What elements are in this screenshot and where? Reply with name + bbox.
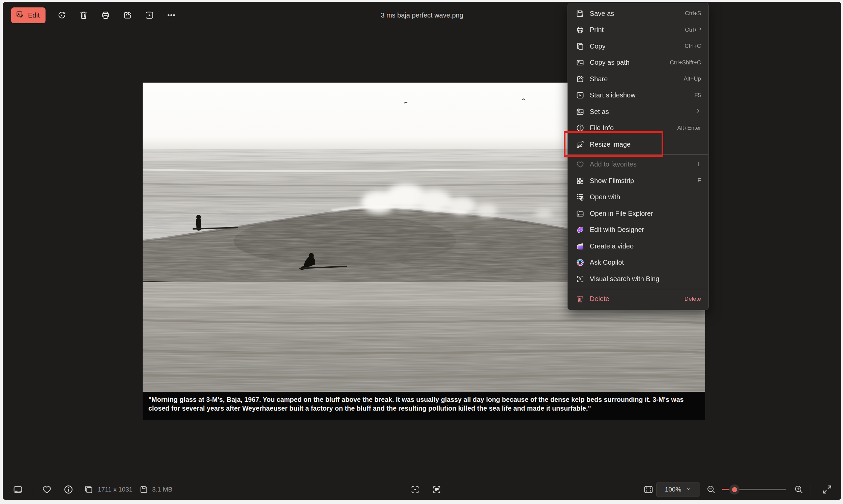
file-size-value: 3.1 MB <box>152 479 172 500</box>
menu-label: Copy as path <box>590 59 630 67</box>
edit-image-icon <box>16 10 24 21</box>
copy-icon <box>575 41 585 51</box>
menu-shortcut: F <box>698 177 701 184</box>
print-icon <box>575 25 585 35</box>
share-icon <box>575 74 585 84</box>
rotate-button[interactable] <box>56 10 68 21</box>
slideshow-icon <box>575 91 585 100</box>
menu-label: Edit with Designer <box>590 226 644 234</box>
menu-item-open-in-file-explorer[interactable]: Open in File Explorer <box>568 205 709 222</box>
menu-label: Show Filmstrip <box>590 177 634 185</box>
statusbar-separator <box>33 484 33 495</box>
menu-item-share[interactable]: Share Alt+Up <box>568 71 709 87</box>
copy-as-path-icon <box>575 58 585 68</box>
menu-shortcut: Ctrl+C <box>684 43 701 50</box>
heart-icon <box>575 160 585 169</box>
edit-button-label: Edit <box>28 12 39 19</box>
favorite-heart-button[interactable] <box>41 484 53 495</box>
menu-shortcut: Delete <box>684 296 701 302</box>
folder-icon <box>575 209 585 218</box>
zoom-slider-thumb[interactable] <box>729 484 739 494</box>
save-icon <box>575 9 585 18</box>
menu-shortcut: Ctrl+Shift+C <box>670 59 701 66</box>
menu-item-print[interactable]: Print Ctrl+P <box>568 22 709 38</box>
slideshow-button[interactable] <box>144 10 155 21</box>
zoom-level-dropdown[interactable]: 100% <box>656 482 700 497</box>
context-menu: Save as Ctrl+S Print Ctrl+P Copy Ctrl+C <box>568 3 709 310</box>
menu-label: File Info <box>590 124 614 132</box>
zoom-slider[interactable] <box>722 489 786 490</box>
photo-caption: "Morning glass at 3-M's, Baja, 1967. You… <box>143 392 705 420</box>
menu-item-create-a-video[interactable]: Create a video <box>568 238 709 254</box>
fullscreen-button[interactable] <box>821 484 833 495</box>
share-button[interactable] <box>122 10 133 21</box>
menu-item-show-filmstrip[interactable]: Show Filmstrip F <box>568 173 709 189</box>
info-icon <box>575 123 585 133</box>
open-with-icon <box>575 193 585 202</box>
delete-button[interactable] <box>78 10 89 21</box>
menu-item-save-as[interactable]: Save as Ctrl+S <box>568 5 709 22</box>
menu-shortcut: Ctrl+S <box>685 10 701 17</box>
zoom-level-value: 100% <box>665 486 681 493</box>
menu-item-start-slideshow[interactable]: Start slideshow F5 <box>568 87 709 104</box>
menu-label: Add to favorites <box>590 160 636 168</box>
edit-button[interactable]: Edit <box>11 7 46 23</box>
zoom-in-button[interactable] <box>793 484 805 495</box>
menu-label: Set as <box>590 108 609 115</box>
menu-label: Create a video <box>590 242 633 250</box>
menu-item-open-with[interactable]: Open with <box>568 189 709 206</box>
menu-separator <box>568 155 708 155</box>
photos-app-window: Edit <box>3 2 841 500</box>
fit-to-window-button[interactable] <box>643 484 654 495</box>
copilot-icon <box>575 258 585 267</box>
menu-item-visual-search-with-bing[interactable]: Visual search with Bing <box>568 271 709 287</box>
menu-label: Save as <box>590 10 614 18</box>
file-size-icon <box>138 484 150 495</box>
menu-shortcut: L <box>698 161 701 168</box>
image-dimensions-icon <box>83 484 94 495</box>
resize-image-icon <box>575 140 585 149</box>
menu-item-edit-with-designer[interactable]: Edit with Designer <box>568 222 709 238</box>
clipchamp-icon <box>575 241 585 251</box>
chevron-down-icon <box>686 486 691 493</box>
title-bar: Edit <box>3 2 841 29</box>
trash-icon <box>575 294 585 304</box>
menu-label: Delete <box>590 295 609 303</box>
image-dimensions-value: 1711 x 1031 <box>98 479 132 500</box>
menu-item-copy-as-path[interactable]: Copy as path Ctrl+Shift+C <box>568 55 709 71</box>
menu-shortcut: Ctrl+P <box>685 26 701 33</box>
menu-separator <box>568 289 708 289</box>
zoom-out-button[interactable] <box>705 484 717 495</box>
menu-item-file-info[interactable]: File Info Alt+Enter <box>568 120 709 137</box>
menu-item-resize-image[interactable]: Resize image <box>568 136 709 153</box>
file-info-button[interactable] <box>63 484 74 495</box>
menu-label: Open with <box>590 193 620 201</box>
menu-item-ask-copilot[interactable]: Ask Copilot <box>568 254 709 271</box>
set-as-icon <box>575 107 585 116</box>
status-bar: 1711 x 1031 3.1 MB 100% <box>3 479 841 500</box>
menu-label: Open in File Explorer <box>590 210 653 217</box>
grid-icon <box>575 176 585 185</box>
menu-item-set-as[interactable]: Set as <box>568 104 709 120</box>
designer-icon <box>575 225 585 235</box>
filmstrip-toggle-button[interactable] <box>12 484 23 495</box>
menu-shortcut: Alt+Up <box>684 75 701 82</box>
menu-label: Print <box>590 26 604 34</box>
print-button[interactable] <box>100 10 111 21</box>
visual-search-button[interactable] <box>409 484 421 495</box>
menu-item-delete[interactable]: Delete Delete <box>568 291 709 307</box>
menu-label: Share <box>590 75 608 83</box>
menu-shortcut: F5 <box>694 92 701 99</box>
menu-label: Ask Copilot <box>590 258 624 266</box>
menu-label: Resize image <box>590 141 631 148</box>
menu-label: Copy <box>590 42 606 50</box>
menu-label: Start slideshow <box>590 91 635 99</box>
statusbar-separator <box>811 484 811 495</box>
menu-label: Visual search with Bing <box>590 275 659 283</box>
more-options-button[interactable] <box>165 10 177 21</box>
visual-search-icon <box>575 274 585 284</box>
extract-text-button[interactable] <box>431 484 443 495</box>
submenu-chevron-icon <box>694 108 701 116</box>
menu-item-add-to-favorites[interactable]: Add to favorites L <box>568 157 709 173</box>
menu-item-copy[interactable]: Copy Ctrl+C <box>568 38 709 55</box>
